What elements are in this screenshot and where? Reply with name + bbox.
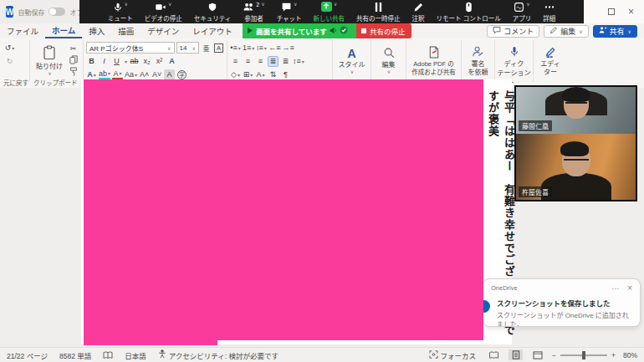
character-shading-button[interactable]: A [164,69,175,80]
styles-button[interactable]: A スタイル ∨ [335,41,368,81]
numbering-button[interactable]: 1≡▾ [243,43,254,54]
document-highlight-block[interactable] [84,79,483,340]
annotation-arrow-icon [247,27,253,36]
zoom-out-icon[interactable]: − [552,351,556,359]
tab-design[interactable]: デザイン [141,23,186,38]
cut-button[interactable]: ✂ [68,43,79,54]
apps-button[interactable]: ∨ アプリ [508,0,537,23]
multilevel-list-button[interactable]: ⁝≡▾ [256,43,267,54]
restore-window-icon[interactable] [608,8,615,15]
word-count[interactable]: 8582 単語 [59,350,91,360]
annotate-button[interactable]: 注釈 [407,0,430,23]
text-direction-button[interactable]: A▾ [255,69,266,80]
bold-button[interactable]: B [86,56,97,67]
highlight-color-button[interactable]: ab▾ [99,69,110,80]
align-center-button[interactable]: ≡ [243,56,253,67]
sort-button[interactable]: ⇅ [268,69,279,80]
onedrive-notification[interactable]: OneDrive ⋯ × スクリーンショットを保存しました スクリーンショットが… [483,278,641,327]
meeting-video-panel[interactable]: 藤間仁凰 杵屋佐喜 [514,85,637,201]
language-indicator[interactable]: 日本語 [125,350,146,360]
stop-share-button[interactable]: 共有の停止 [356,23,411,38]
subscript-button[interactable]: x₂ [141,56,152,67]
video-participant-1[interactable]: 藤間仁凰 [516,87,636,134]
font-name-select[interactable]: AR Pゴシック体S∨ [86,42,175,54]
redo-button[interactable]: ↻ [4,56,15,67]
dictation-button[interactable]: ディク テーション [498,41,530,81]
chevron-down-icon[interactable]: ∨ [294,2,297,7]
notification-more-icon[interactable]: ⋯ [611,284,619,293]
autosave-toggle[interactable] [49,8,65,16]
adobe-pdf-button[interactable]: Adobe PDF の 作成および共有 [409,41,458,81]
copy-button[interactable] [68,54,79,65]
bullets-button[interactable]: •≡▾ [230,43,241,54]
more-button[interactable]: 詳細 [538,0,560,23]
underline-button[interactable]: U [111,56,122,67]
mute-button[interactable]: ∨ ミュート [103,0,138,23]
editing-mode-button[interactable]: 編集 ∨ [544,25,588,38]
print-layout-button[interactable] [509,349,523,360]
decrease-indent-button[interactable]: ←≡ [268,43,280,54]
borders-button[interactable]: ⊞▾ [243,69,253,80]
paste-button[interactable]: 貼り付け ∨ [33,41,66,81]
strikethrough-button[interactable]: ab [129,56,140,67]
enclose-character-button[interactable]: 字 [176,69,187,80]
notification-close-icon[interactable]: × [627,283,632,293]
focus-mode-button[interactable]: フォーカス [429,350,477,360]
shading-button[interactable]: ◇▾ [230,69,241,80]
comments-button[interactable]: コメント [487,25,539,38]
increase-indent-button[interactable]: →≡ [283,43,294,54]
security-button[interactable]: セキュリティ [189,0,237,23]
zoom-slider-thumb[interactable] [582,351,585,359]
undo-button[interactable]: ↺▾ [4,43,15,54]
tab-home[interactable]: ホーム [45,23,82,38]
new-share-button[interactable]: ∨ 新しい共有 [309,0,350,23]
video-participant-2[interactable]: 杵屋佐喜 [516,134,636,200]
page-count[interactable]: 21/22 ページ [7,350,48,360]
text-effects-typography-button[interactable]: A▾ [86,69,97,80]
shrink-font-button[interactable]: A˅ [151,69,162,80]
superscript-button[interactable]: x² [154,56,165,67]
editor-button[interactable]: エディ ター [536,41,565,81]
request-signature-button[interactable]: 署名 を依頼 [464,41,492,81]
format-painter-button[interactable] [68,66,79,77]
share-document-button[interactable]: 共有 ∨ [593,25,637,38]
chevron-down-icon[interactable]: ∨ [125,2,128,7]
align-right-button[interactable]: ≡ [255,56,266,67]
tab-insert[interactable]: 挿入 [82,23,111,38]
font-color-button[interactable]: A▾ [112,69,123,80]
editing-button[interactable]: 編集 ∨ [374,41,403,81]
chat-button[interactable]: ∨ チャット [272,0,307,23]
italic-button[interactable]: I [99,56,110,67]
remote-control-button[interactable]: リモート コントロール [432,0,506,23]
close-window-icon[interactable]: × [628,6,634,18]
proofing-icon[interactable] [103,351,113,359]
phonetic-guide-button[interactable]: 亜 [201,43,212,54]
change-case-button[interactable]: Aa▾ [125,69,137,80]
chevron-down-icon[interactable]: ∨ [526,2,529,7]
tab-draw[interactable]: 描画 [111,23,141,38]
chevron-down-icon[interactable]: ∨ [334,2,337,7]
show-marks-button[interactable]: ¶ [280,69,291,80]
read-mode-button[interactable] [487,349,501,360]
line-spacing-button[interactable]: ↕≡▾ [293,56,304,67]
zoom-slider-track[interactable] [560,354,607,356]
web-layout-button[interactable] [530,349,544,360]
accessibility-status[interactable]: アクセシビリティ: 検討が必要です [158,349,279,360]
chevron-down-icon[interactable]: ∨ [261,2,264,7]
font-size-select[interactable]: 14∨ [176,42,200,54]
text-effects-button[interactable]: A [166,56,177,67]
enclose-line-button[interactable]: A [213,43,224,54]
pause-share-button[interactable]: 共有の一時停止 [351,0,406,23]
align-left-button[interactable]: ≡ [230,56,241,67]
zoom-level[interactable]: 80% [623,351,637,359]
zoom-in-icon[interactable]: + [611,351,616,359]
grow-font-button[interactable]: A˄ [139,69,150,80]
participants-button[interactable]: 2∨ 参加者 [238,0,269,23]
distribute-button[interactable]: ≣ [280,56,291,67]
tab-layout[interactable]: レイアウト [186,23,239,38]
justify-button[interactable]: ≣ [268,56,279,67]
zoom-slider[interactable]: − + [552,351,616,359]
chevron-down-icon[interactable]: ∨ [168,2,171,7]
tab-file[interactable]: ファイル [0,23,45,38]
stop-video-button[interactable]: ∨ ビデオの停止 [140,0,187,23]
